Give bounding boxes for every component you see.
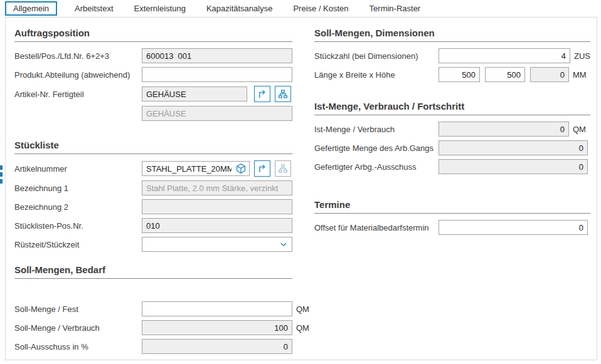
bestell-label: Bestell/Pos./Lfd.Nr. 6+2+3: [14, 51, 142, 61]
soll-menge-verbrauch-field[interactable]: [142, 320, 292, 335]
soll-menge-fest-field[interactable]: [142, 301, 292, 316]
ruestzeit-dropdown[interactable]: [142, 237, 292, 252]
bezeichnung1-label: Bezeichnung 1: [14, 184, 142, 193]
bestell-field[interactable]: [142, 48, 292, 63]
gefertigte-menge-field[interactable]: [439, 140, 588, 155]
splitter-grip[interactable]: [0, 165, 3, 184]
chevron-down-icon: [279, 240, 288, 249]
hierarchy-icon[interactable]: [275, 86, 291, 102]
soll-ausschuss-label: Soll-Ausschuss in %: [14, 342, 142, 351]
stuecklisten-pos-label: Stücklisten-Pos.Nr.: [14, 221, 142, 231]
stueckzahl-field[interactable]: [439, 48, 570, 63]
tab-kapazitaetsanalyse[interactable]: Kapazitätsanalyse: [199, 1, 280, 16]
gefertigte-menge-label: Gefertigte Menge des Arb.Gangs: [314, 143, 439, 153]
laenge-field[interactable]: [439, 67, 480, 82]
hierarchy-icon: [275, 160, 291, 177]
section-title-stueckliste: Stückliste: [14, 140, 292, 154]
tab-content-allgemein: Auftragsposition Bestell/Pos./Lfd.Nr. 6+…: [5, 17, 597, 360]
artikel-nr-fertigteil-label: Artikel-Nr. Fertigteil: [14, 90, 142, 99]
bezeichnung2-field: [142, 199, 292, 214]
ruestzeit-label: Rüstzeit/Stückzeit: [14, 240, 142, 249]
section-title-soll-dimensionen: Soll-Mengen, Dimensionen: [314, 28, 590, 42]
section-title-ist-menge: Ist-Menge, Verbrauch / Fortschritt: [314, 101, 590, 115]
article-cube-icon: [235, 163, 247, 174]
soll-menge-fest-label: Soll-Menge / Fest: [14, 304, 142, 314]
offset-materialbedarfstermin-field[interactable]: [439, 220, 588, 235]
gefertigter-ausschuss-label: Gefertigter Arbg.-Ausschuss: [314, 162, 439, 172]
tab-bar: Allgemein Arbeitstext Externleistung Kap…: [0, 0, 601, 17]
ist-menge-verbrauch-field[interactable]: [439, 122, 569, 137]
stueckzahl-unit: ZUS: [574, 51, 590, 61]
gefertigter-ausschuss-field[interactable]: [439, 159, 588, 174]
produkt-abteilung-field[interactable]: [142, 67, 292, 82]
produkt-abteilung-label: Produkt.Abteilung (abweichend): [14, 70, 142, 80]
stuecklisten-pos-field[interactable]: [142, 218, 292, 233]
hoehe-field: [530, 67, 569, 82]
ist-menge-verbrauch-label: Ist-Menge / Verbrauch: [314, 125, 439, 134]
offset-materialbedarfstermin-label: Offset für Materialbedarfstermin: [314, 223, 439, 232]
section-title-termine: Termine: [314, 199, 590, 214]
ist-menge-verbrauch-unit: QM: [573, 125, 586, 134]
soll-ausschuss-field[interactable]: [142, 339, 292, 354]
artikelnummer-combo[interactable]: [142, 161, 250, 176]
stueckzahl-label: Stückzahl (bei Dimensionen): [314, 51, 439, 61]
section-title-soll-bedarf: Soll-Mengen, Bedarf: [14, 264, 292, 279]
artikel-bezeichnung-field: [142, 106, 292, 121]
artikelnummer-field[interactable]: [142, 162, 235, 175]
tab-termin-raster[interactable]: Termin-Raster: [362, 1, 428, 16]
tab-allgemein[interactable]: Allgemein: [5, 1, 57, 16]
goto-arrow-icon[interactable]: [254, 86, 270, 102]
breite-field[interactable]: [485, 67, 525, 82]
bezeichnung1-field: [142, 180, 292, 195]
artikelnummer-label: Artikelnummer: [14, 164, 142, 174]
bezeichnung2-label: Bezeichnung 2: [14, 202, 142, 212]
tab-arbeitstext[interactable]: Arbeitstext: [67, 1, 120, 16]
tab-externleistung[interactable]: Externleistung: [127, 1, 193, 16]
tab-preise-kosten[interactable]: Preise / Kosten: [285, 1, 356, 16]
laenge-breite-hoehe-unit: MM: [573, 70, 587, 80]
soll-menge-verbrauch-label: Soll-Menge / Verbrauch: [14, 323, 142, 333]
artikel-nr-fertigteil-field[interactable]: [142, 86, 247, 101]
goto-arrow-icon[interactable]: [254, 160, 270, 177]
laenge-breite-hoehe-label: Länge x Breite x Höhe: [314, 70, 439, 80]
section-title-auftragsposition: Auftragsposition: [14, 28, 292, 42]
